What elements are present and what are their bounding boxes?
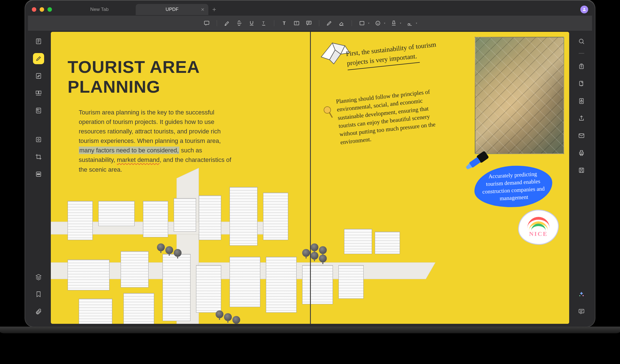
svg-rect-47	[579, 309, 584, 313]
svg-rect-39	[580, 81, 583, 86]
page-title: TOURIST AREA PLANNING	[68, 57, 293, 97]
user-avatar[interactable]	[580, 6, 588, 13]
svg-rect-26	[37, 174, 40, 175]
redact-button[interactable]	[33, 169, 44, 180]
signature-tool[interactable]	[405, 18, 415, 28]
protect-button[interactable]	[576, 95, 587, 107]
stamp-dropdown[interactable]: ▾	[400, 22, 401, 25]
new-tab-button[interactable]: +	[212, 6, 216, 13]
edit-pdf-button[interactable]	[33, 70, 44, 82]
handwritten-note-2[interactable]: Planning should follow the principles of…	[336, 86, 449, 147]
tab-updf[interactable]: UPDF ✕	[136, 4, 208, 15]
svg-rect-16	[36, 91, 38, 94]
save-button[interactable]	[576, 165, 587, 176]
signature-dropdown[interactable]: ▾	[416, 22, 417, 25]
svg-point-10	[376, 21, 380, 25]
left-sidebar	[28, 31, 49, 324]
pencil-tool[interactable]	[324, 18, 334, 28]
svg-point-0	[583, 8, 585, 9]
svg-rect-38	[580, 65, 583, 69]
annotate-mode-button[interactable]	[33, 53, 44, 64]
annotation-toolbar: T T T ▾ ▾ ▾ ▾	[28, 16, 592, 31]
svg-rect-11	[36, 39, 41, 44]
svg-rect-41	[581, 101, 582, 102]
construction-photo[interactable]	[475, 37, 564, 154]
underline-tool[interactable]	[247, 18, 257, 28]
svg-rect-9	[360, 21, 364, 25]
svg-line-37	[583, 42, 584, 44]
highlighter-tool[interactable]	[222, 18, 232, 28]
highlighted-text[interactable]: many factors need to be considered,	[79, 147, 179, 154]
svg-rect-40	[580, 99, 583, 104]
spread-divider	[310, 32, 311, 324]
comment-tool[interactable]	[202, 18, 212, 28]
svg-rect-19	[36, 108, 41, 113]
close-window-button[interactable]	[32, 7, 36, 12]
svg-text:T: T	[283, 21, 286, 26]
svg-point-36	[579, 39, 583, 43]
search-button[interactable]	[576, 36, 587, 47]
mail-button[interactable]	[576, 130, 587, 141]
svg-rect-6	[307, 21, 311, 24]
share-button[interactable]	[576, 113, 587, 124]
callout-tool[interactable]	[304, 18, 314, 28]
shape-dropdown[interactable]: ▾	[368, 22, 369, 25]
squiggly-tool[interactable]: T	[259, 18, 269, 28]
body-paragraph: Tourism area planning is the key to the …	[68, 108, 235, 174]
eraser-tool[interactable]	[337, 18, 347, 28]
svg-text:T: T	[263, 21, 265, 25]
window-controls	[32, 7, 52, 12]
text-tool[interactable]: T	[279, 18, 289, 28]
svg-rect-32	[329, 112, 333, 118]
comments-panel-button[interactable]	[576, 306, 587, 317]
layers-button[interactable]	[33, 271, 44, 282]
svg-rect-45	[580, 154, 583, 155]
organize-pages-button[interactable]	[33, 88, 44, 99]
print-button[interactable]	[576, 147, 587, 159]
right-sidebar	[571, 31, 592, 324]
reader-mode-button[interactable]	[33, 36, 44, 47]
form-button[interactable]	[33, 105, 44, 116]
tab-label: New Tab	[90, 7, 109, 12]
crop-button[interactable]	[33, 151, 44, 162]
sticker-tool[interactable]	[373, 18, 383, 28]
tab-new[interactable]: New Tab	[63, 4, 136, 15]
svg-rect-20	[37, 109, 38, 110]
tab-strip: New Tab UPDF ✕ +	[63, 3, 216, 16]
svg-rect-44	[580, 150, 583, 152]
page-spread: TOURIST AREA PLANNING Tourism area plann…	[51, 32, 569, 324]
ai-button[interactable]	[576, 289, 587, 300]
svg-text:T: T	[295, 22, 297, 25]
close-tab-button[interactable]: ✕	[201, 7, 204, 12]
para-pre: Tourism area planning is the key to the …	[79, 109, 221, 144]
svg-rect-46	[579, 168, 584, 173]
document-canvas[interactable]: TOURIST AREA PLANNING Tourism area plann…	[49, 31, 571, 324]
handwritten-note-1[interactable]: First, the sustainability of tourism pro…	[345, 39, 442, 70]
bookmark-button[interactable]	[33, 289, 44, 300]
minimize-window-button[interactable]	[40, 7, 44, 12]
sticker-dropdown[interactable]: ▾	[384, 22, 385, 25]
svg-rect-1	[204, 21, 209, 25]
textbox-tool[interactable]: T	[292, 18, 302, 28]
convert-button[interactable]	[576, 78, 587, 89]
svg-rect-17	[39, 91, 41, 94]
strikethrough-tool[interactable]	[234, 18, 244, 28]
compress-button[interactable]	[576, 61, 587, 72]
attachment-button[interactable]	[33, 306, 44, 317]
shape-tool[interactable]	[357, 18, 367, 28]
squiggly-text[interactable]: market demand	[117, 156, 160, 163]
ocr-button[interactable]	[33, 134, 44, 145]
app-window: New Tab UPDF ✕ + T T T	[28, 3, 592, 324]
pushpin-sticker[interactable]	[321, 104, 337, 120]
svg-point-24	[38, 139, 39, 140]
titlebar: New Tab UPDF ✕ +	[28, 3, 592, 16]
tab-label: UPDF	[166, 7, 178, 12]
stamp-tool[interactable]	[389, 18, 399, 28]
fullscreen-window-button[interactable]	[47, 7, 52, 12]
svg-rect-23	[36, 137, 41, 142]
